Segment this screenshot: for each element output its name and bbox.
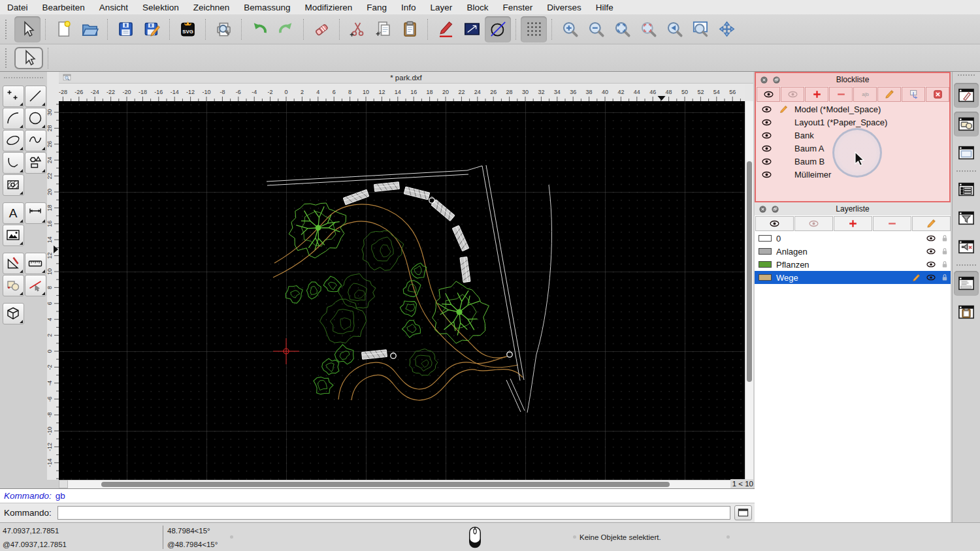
text-tool-button[interactable]: A <box>3 202 24 224</box>
menu-info[interactable]: Info <box>394 3 423 12</box>
ellipse-tool-button[interactable] <box>3 130 24 151</box>
layer-lock-icon[interactable] <box>940 234 949 244</box>
menu-zeichnen[interactable]: Zeichnen <box>186 3 237 12</box>
dock-pen-toggle-button[interactable] <box>954 83 979 108</box>
save-button[interactable] <box>112 16 139 42</box>
menu-bearbeiten[interactable]: Bearbeiten <box>35 3 92 12</box>
dock-shapes-toggle-button[interactable] <box>954 112 979 136</box>
plus-button[interactable] <box>805 87 828 102</box>
toolbar-drag-handle[interactable] <box>5 48 12 68</box>
menu-ansicht[interactable]: Ansicht <box>92 3 135 12</box>
open-folder-button[interactable] <box>76 16 103 42</box>
dock-clipboard-toggle-button[interactable] <box>954 300 979 324</box>
layer-visibility-eye-icon[interactable] <box>926 259 936 270</box>
pen-attributes-button[interactable] <box>433 16 459 42</box>
layer-visibility-eye-icon[interactable] <box>926 233 936 244</box>
vertical-scrollbar-thumb[interactable] <box>747 161 752 382</box>
float-panel-icon[interactable] <box>771 205 779 213</box>
layer-lock-icon[interactable] <box>940 247 949 257</box>
save-as-button[interactable] <box>139 16 165 42</box>
layer-lock-icon[interactable] <box>940 273 949 283</box>
measure-tool-button[interactable] <box>25 253 46 274</box>
dimension-tool-button[interactable] <box>25 202 46 224</box>
dock-command-toggle-button[interactable] <box>954 271 979 296</box>
line-attributes-button[interactable] <box>459 16 485 42</box>
block-tool-button[interactable] <box>3 275 24 296</box>
block-visibility-eye-icon[interactable] <box>761 104 772 115</box>
insert-button[interactable] <box>902 87 925 102</box>
menu-datei[interactable]: Datei <box>0 3 35 12</box>
menu-selektion[interactable]: Selektion <box>135 3 186 12</box>
line-tool-button[interactable] <box>25 86 46 107</box>
zoom-out-button[interactable] <box>583 16 609 42</box>
dock-list-toggle-button[interactable] <box>954 177 979 202</box>
export-svg-button[interactable]: SVG <box>174 16 201 42</box>
cut-button[interactable] <box>344 16 370 42</box>
menu-hilfe[interactable]: Hilfe <box>589 3 621 12</box>
block-visibility-eye-icon[interactable] <box>761 169 772 180</box>
circle-tool-button[interactable] <box>25 108 46 129</box>
copy-button[interactable] <box>370 16 397 42</box>
pencil-button[interactable] <box>877 87 901 102</box>
zoom-window-button[interactable] <box>687 16 713 42</box>
command-input[interactable] <box>57 506 730 520</box>
print-preview-button[interactable] <box>210 16 237 42</box>
hatch-tool-button[interactable] <box>3 174 24 196</box>
dock-speaker-toggle-button[interactable] <box>954 234 979 259</box>
spline-tool-button[interactable] <box>25 130 46 151</box>
dock-filter-toggle-button[interactable] <box>954 206 979 230</box>
close-icon[interactable] <box>760 76 768 84</box>
menu-bemassung[interactable]: Bemassung <box>237 3 297 12</box>
toolbar-drag-handle[interactable] <box>5 20 12 39</box>
cad-canvas[interactable] <box>59 101 745 480</box>
toolbar-drag-handle[interactable] <box>4 77 43 81</box>
image-tool-button[interactable] <box>3 225 24 246</box>
layer-lock-icon[interactable] <box>940 260 949 270</box>
draft-mode-button[interactable] <box>485 16 511 42</box>
block-edit-pencil-icon[interactable] <box>779 104 789 114</box>
zoom-pan-button[interactable] <box>713 16 740 42</box>
block-visibility-eye-icon[interactable] <box>761 117 772 128</box>
modify-tool-button[interactable] <box>3 253 24 274</box>
float-panel-icon[interactable] <box>772 76 781 84</box>
select-arrow-button[interactable] <box>14 47 43 69</box>
dock-blank-toggle-button[interactable] <box>954 140 979 165</box>
menu-fenster[interactable]: Fenster <box>495 3 540 12</box>
arc-tool-button[interactable] <box>3 108 24 129</box>
minus-button[interactable] <box>873 216 911 231</box>
zoom-selection-button[interactable] <box>635 16 661 42</box>
eraser-button[interactable] <box>308 16 335 42</box>
close-icon[interactable] <box>759 205 767 213</box>
select-arrow-button[interactable] <box>14 16 41 42</box>
menu-modifizieren[interactable]: Modifizieren <box>298 3 360 12</box>
layer-row-wege[interactable]: Wege <box>755 271 951 284</box>
eye-off-button[interactable] <box>794 216 833 231</box>
blockliste-titlebar[interactable]: Blockliste <box>756 73 949 86</box>
menu-fang[interactable]: Fang <box>359 3 394 12</box>
layer-visibility-eye-icon[interactable] <box>926 246 936 257</box>
dock-drag-handle[interactable] <box>958 74 975 78</box>
point-tool-button[interactable] <box>3 86 24 107</box>
layerliste-titlebar[interactable]: Layerliste <box>755 202 951 215</box>
layer-row-pflanzen[interactable]: Pflanzen <box>755 258 951 271</box>
minus-button[interactable] <box>829 87 853 102</box>
layer-visibility-eye-icon[interactable] <box>926 272 936 283</box>
eye-button[interactable] <box>757 87 780 102</box>
solid-tool-button[interactable] <box>3 303 24 324</box>
delete-x-button[interactable] <box>926 87 949 102</box>
block-visibility-eye-icon[interactable] <box>761 143 772 154</box>
block-visibility-eye-icon[interactable] <box>761 130 772 141</box>
block-list-item[interactable]: Model (*Model_Space) <box>756 102 949 116</box>
grid-toggle-button[interactable] <box>521 16 547 42</box>
eye-off-button[interactable] <box>781 87 804 102</box>
menu-block[interactable]: Block <box>459 3 495 12</box>
zoom-auto-button[interactable] <box>609 16 635 42</box>
horizontal-scrollbar[interactable] <box>59 480 730 488</box>
menu-diverses[interactable]: Diverses <box>540 3 589 12</box>
paste-button[interactable] <box>397 16 423 42</box>
zoom-in-button[interactable] <box>557 16 583 42</box>
block-list-item[interactable]: Layout1 (*Paper_Space) <box>756 116 949 129</box>
pencil-button[interactable] <box>912 216 951 231</box>
block-visibility-eye-icon[interactable] <box>761 156 772 167</box>
new-document-button[interactable] <box>50 16 76 42</box>
